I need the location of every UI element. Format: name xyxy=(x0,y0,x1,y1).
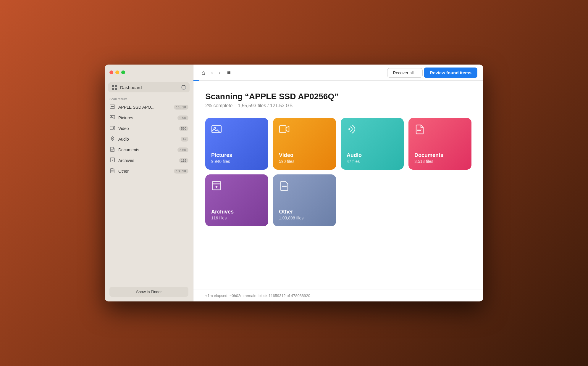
sidebar-badge-other: 103.9K xyxy=(174,169,188,174)
svg-rect-1 xyxy=(111,106,113,107)
sidebar-item-pictures[interactable]: Pictures 9.9K xyxy=(105,113,193,123)
card-count-audio: 47 files xyxy=(347,159,398,164)
card-title-audio: Audio xyxy=(347,152,398,158)
main-content: ⌂ ‹ › Recover all... Review found items … xyxy=(193,65,483,301)
minimize-button[interactable] xyxy=(115,70,119,74)
archives-icon xyxy=(109,157,115,164)
sidebar-item-name-audio: Audio xyxy=(118,137,178,142)
card-title-documents: Documents xyxy=(414,152,466,158)
sidebar-item-audio[interactable]: Audio 47 xyxy=(105,134,193,145)
pause-button[interactable] xyxy=(224,69,234,77)
scan-subtitle: 2% complete – 1,55,593 files / 121.53 GB xyxy=(205,103,471,108)
traffic-lights xyxy=(109,70,125,74)
other-icon xyxy=(109,168,115,174)
status-bar: <1m elapsed, ~0h02m remain, block 116593… xyxy=(193,290,483,301)
toolbar: ⌂ ‹ › Recover all... Review found items xyxy=(193,65,483,81)
sidebar-item-name-video: Video xyxy=(118,126,176,131)
dashboard-label: Dashboard xyxy=(120,85,178,90)
sidebar-item-documents[interactable]: Documents 3.5K xyxy=(105,145,193,155)
sidebar-badge-archives: 116 xyxy=(179,158,188,163)
other-card-icon xyxy=(279,180,290,193)
card-pictures[interactable]: Pictures 9,940 files xyxy=(205,118,268,170)
svg-rect-18 xyxy=(212,126,221,133)
sidebar: Dashboard Scan results APPLE SSD APO... … xyxy=(105,65,193,301)
card-documents[interactable]: Documents 3,513 files xyxy=(408,118,471,170)
sidebar-badge-apple-ssd: 118.1K xyxy=(174,105,188,110)
card-count-other: 1,03,898 files xyxy=(279,216,330,220)
titlebar xyxy=(105,65,193,80)
sidebar-badge-video: 590 xyxy=(179,126,188,131)
review-found-items-button[interactable]: Review found items xyxy=(424,68,477,78)
show-in-finder-button[interactable]: Show in Finder xyxy=(109,287,188,297)
svg-point-21 xyxy=(348,128,350,130)
pictures-card-icon xyxy=(211,124,222,137)
card-count-pictures: 9,940 files xyxy=(211,159,262,164)
card-archives[interactable]: Archives 116 files xyxy=(205,174,268,226)
card-title-archives: Archives xyxy=(211,209,262,215)
scan-title: Scanning “APPLE SSD AP0256Q” xyxy=(205,92,471,101)
sidebar-badge-audio: 47 xyxy=(181,137,188,142)
video-card-icon xyxy=(279,124,290,137)
app-window: Dashboard Scan results APPLE SSD APO... … xyxy=(105,65,483,301)
card-count-documents: 3,513 files xyxy=(414,159,466,164)
svg-rect-17 xyxy=(229,71,230,74)
archives-card-icon xyxy=(211,180,222,193)
back-button[interactable]: ‹ xyxy=(209,68,215,78)
sidebar-item-other[interactable]: Other 103.9K xyxy=(105,166,193,176)
recover-all-button[interactable]: Recover all... xyxy=(387,68,423,78)
sidebar-item-name-apple-ssd: APPLE SSD APO... xyxy=(118,105,171,110)
video-icon xyxy=(109,125,115,132)
sidebar-badge-documents: 3.5K xyxy=(177,147,188,152)
drive-icon xyxy=(109,104,115,110)
maximize-button[interactable] xyxy=(121,70,125,74)
forward-button[interactable]: › xyxy=(217,68,223,78)
svg-rect-16 xyxy=(227,71,229,74)
pictures-icon xyxy=(109,115,115,121)
sidebar-item-name-archives: Archives xyxy=(118,158,176,163)
svg-rect-5 xyxy=(110,126,113,130)
sidebar-item-name-other: Other xyxy=(118,169,171,174)
sidebar-item-apple-ssd[interactable]: APPLE SSD APO... 118.1K xyxy=(105,102,193,113)
scan-results-label: Scan results xyxy=(105,95,193,102)
content-area: Scanning “APPLE SSD AP0256Q” 2% complete… xyxy=(193,81,483,290)
progress-bar-fill xyxy=(193,80,199,81)
card-video[interactable]: Video 590 files xyxy=(273,118,336,170)
sidebar-item-video[interactable]: Video 590 xyxy=(105,123,193,134)
card-title-video: Video xyxy=(279,152,330,158)
audio-icon xyxy=(109,136,115,142)
svg-rect-20 xyxy=(280,126,286,133)
progress-bar-container xyxy=(193,80,483,81)
home-button[interactable]: ⌂ xyxy=(199,68,208,78)
dashboard-button[interactable]: Dashboard xyxy=(108,82,190,92)
card-count-video: 590 files xyxy=(279,159,330,164)
documents-icon xyxy=(109,147,115,153)
svg-point-6 xyxy=(111,138,112,139)
sidebar-badge-pictures: 9.9K xyxy=(177,115,188,120)
sidebar-item-name-pictures: Pictures xyxy=(118,115,175,120)
card-title-other: Other xyxy=(279,209,330,215)
card-other[interactable]: Other 1,03,898 files xyxy=(273,174,336,226)
loading-spinner xyxy=(181,85,186,90)
card-count-archives: 116 files xyxy=(211,216,262,220)
audio-card-icon xyxy=(347,124,357,137)
cards-grid: Pictures 9,940 files Video 590 files xyxy=(205,118,471,226)
svg-point-2 xyxy=(113,106,114,107)
close-button[interactable] xyxy=(109,70,113,74)
documents-card-icon xyxy=(414,124,425,137)
sidebar-item-name-documents: Documents xyxy=(118,147,175,152)
card-audio[interactable]: Audio 47 files xyxy=(341,118,404,170)
sidebar-item-archives[interactable]: Archives 116 xyxy=(105,155,193,166)
card-title-pictures: Pictures xyxy=(211,152,262,158)
dashboard-icon xyxy=(112,85,117,90)
